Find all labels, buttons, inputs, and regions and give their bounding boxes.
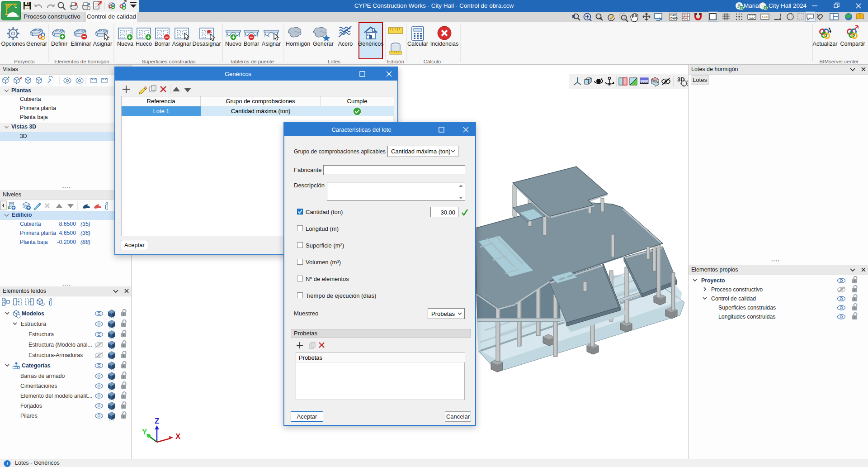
svg-text:DXF: DXF <box>670 14 676 17</box>
svg-text:Proceso constructivo: Proceso constructivo <box>711 286 763 293</box>
svg-text:Forjados: Forjados <box>20 403 42 409</box>
svg-text:Modelos: Modelos <box>22 310 44 317</box>
svg-text:Elemento del modelo analít...: Elemento del modelo analít... <box>20 393 92 399</box>
svg-text:Estructura (Modelo anal...: Estructura (Modelo anal... <box>28 342 92 348</box>
svg-text:Estructura: Estructura <box>28 331 54 338</box>
svg-text:1.00: 1.00 <box>762 15 769 19</box>
svg-text:x2: x2 <box>598 16 602 20</box>
svg-text:Barras de armado: Barras de armado <box>20 373 65 379</box>
svg-text:Superficies construidas: Superficies construidas <box>718 305 776 311</box>
svg-text:Cimentaciones: Cimentaciones <box>20 383 57 389</box>
svg-text:Estructura-Armaduras: Estructura-Armaduras <box>28 352 83 358</box>
svg-text:Categorías: Categorías <box>22 362 51 369</box>
svg-text:Estructura: Estructura <box>21 321 46 327</box>
svg-text:Control de calidad: Control de calidad <box>711 295 756 302</box>
svg-text:Pilares: Pilares <box>20 413 38 419</box>
svg-text:DWG: DWG <box>670 17 678 20</box>
svg-text:Longitudes construidas: Longitudes construidas <box>718 314 775 320</box>
svg-text:Proyecto: Proyecto <box>701 277 725 284</box>
